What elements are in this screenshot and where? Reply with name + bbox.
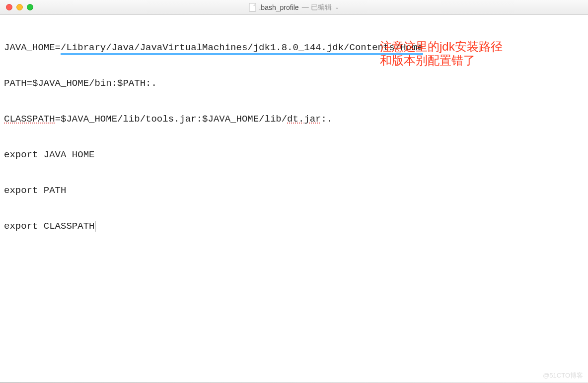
traffic-lights bbox=[0, 4, 33, 10]
spell-word: dt.jar bbox=[287, 114, 321, 125]
title-filename: .bash_profile bbox=[259, 3, 298, 11]
annotation-text: 和版本别配置错了 bbox=[380, 54, 475, 67]
editor-line: export CLASSPATH bbox=[4, 220, 584, 232]
maximize-button[interactable] bbox=[27, 4, 33, 10]
line-text: export JAVA_HOME bbox=[4, 149, 94, 160]
spell-word: CLASSPATH bbox=[4, 114, 55, 125]
editor-line: CLASSPATH=$JAVA_HOME/lib/tools.jar:$JAVA… bbox=[4, 113, 584, 125]
minimize-button[interactable] bbox=[16, 4, 23, 10]
window-title[interactable]: .bash_profile — 已编辑 ⌄ bbox=[249, 3, 339, 12]
chevron-down-icon[interactable]: ⌄ bbox=[335, 4, 339, 10]
line-text: export PATH bbox=[4, 185, 66, 196]
line-tail: :. bbox=[321, 114, 333, 125]
file-icon bbox=[249, 3, 256, 12]
line-text: PATH=$JAVA_HOME/bin:$PATH:. bbox=[4, 78, 157, 89]
close-button[interactable] bbox=[6, 4, 12, 10]
editor-line: export PATH bbox=[4, 185, 584, 196]
title-separator: — bbox=[302, 3, 311, 11]
highlighted-path: /Library/Java/JavaVirtualMachines/jdk1.8… bbox=[61, 42, 423, 55]
editor-line: export JAVA_HOME bbox=[4, 149, 584, 161]
window-titlebar: .bash_profile — 已编辑 ⌄ bbox=[0, 0, 588, 15]
editor-line: PATH=$JAVA_HOME/bin:$PATH:. bbox=[4, 77, 584, 89]
annotation-text: 注意这里的jdk安装路径 bbox=[380, 40, 503, 54]
text-cursor bbox=[95, 221, 95, 232]
line-prefix: JAVA_HOME= bbox=[4, 42, 61, 53]
title-status: 已编辑 bbox=[311, 3, 332, 11]
line-rest: =$JAVA_HOME/lib/tools.jar:$JAVA_HOME/lib… bbox=[55, 114, 287, 125]
watermark: @51CTO博客 bbox=[543, 371, 583, 380]
line-text: export CLASSPATH bbox=[4, 221, 94, 232]
